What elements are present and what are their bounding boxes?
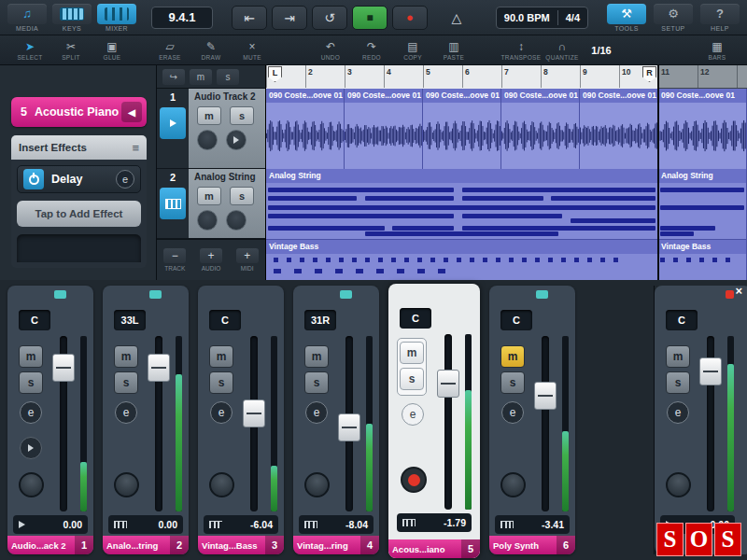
- pan-display[interactable]: C: [500, 310, 532, 330]
- quantize-button[interactable]: ∩QUANTIZE: [542, 40, 583, 61]
- mute-button[interactable]: m: [400, 342, 424, 364]
- erase-tool-button[interactable]: ▱ERASE: [149, 40, 190, 61]
- record-arm-button[interactable]: [401, 467, 427, 493]
- select-tool-button[interactable]: ➤SELECT: [9, 40, 50, 61]
- pan-display[interactable]: C: [666, 310, 698, 330]
- track-name[interactable]: Analog String: [189, 169, 265, 182]
- channel-effects-button[interactable]: e: [305, 401, 328, 424]
- solo-button[interactable]: s: [304, 371, 329, 394]
- monitor-button[interactable]: [20, 437, 42, 459]
- monitor-button[interactable]: [226, 130, 247, 150]
- volume-fader[interactable]: [437, 334, 459, 510]
- track-solo-button[interactable]: s: [230, 187, 254, 205]
- effects-settings-icon[interactable]: ≡: [132, 141, 139, 155]
- channel-name[interactable]: Analo...tring2: [103, 536, 189, 554]
- pan-display[interactable]: 33L: [114, 310, 146, 330]
- record-arm-button[interactable]: [197, 210, 218, 231]
- fader-handle[interactable]: [52, 354, 75, 382]
- grid-value-selector[interactable]: 1/16: [583, 45, 620, 56]
- record-button[interactable]: ●: [392, 6, 428, 30]
- solo-button[interactable]: s: [19, 371, 43, 394]
- effect-slot-delay[interactable]: Delay e: [17, 165, 141, 193]
- mute-button[interactable]: m: [209, 345, 233, 368]
- midi-clip-analog-string[interactable]: Analog String: [266, 169, 658, 239]
- cycle-button[interactable]: ↺: [312, 6, 347, 30]
- mute-button[interactable]: m: [304, 345, 329, 368]
- pan-display[interactable]: 31R: [304, 310, 336, 330]
- go-to-end-button[interactable]: ⇥: [272, 6, 307, 30]
- mute-button[interactable]: m: [114, 345, 138, 368]
- solo-button[interactable]: s: [666, 371, 690, 394]
- metronome-button[interactable]: △: [441, 6, 472, 30]
- add-midi-track-button[interactable]: +MIDI: [236, 248, 259, 272]
- pan-display[interactable]: C: [209, 310, 241, 330]
- volume-fader[interactable]: [338, 336, 360, 511]
- tempo-display[interactable]: 90.0 BPM 4/4: [496, 7, 588, 29]
- track-solo-button[interactable]: s: [230, 106, 254, 125]
- bars-button[interactable]: ▦BARS: [697, 40, 738, 61]
- solo-button[interactable]: s: [209, 371, 233, 394]
- keys-button[interactable]: KEYS: [52, 4, 92, 32]
- solo-button[interactable]: s: [400, 368, 424, 390]
- fader-handle[interactable]: [338, 413, 360, 441]
- channel-knob[interactable]: [500, 472, 526, 497]
- channel-name[interactable]: Audio...ack 21: [7, 536, 93, 554]
- midi-clip-vintage-bass[interactable]: Vintage Bass: [266, 240, 658, 280]
- effect-edit-button[interactable]: e: [116, 170, 134, 189]
- mute-button-active[interactable]: m: [500, 345, 525, 368]
- channel-knob[interactable]: [304, 472, 330, 497]
- track-row-midi[interactable]: 2 Analog String m s: [157, 169, 265, 239]
- mute-button[interactable]: m: [19, 345, 43, 368]
- timeline-ruler[interactable]: 23456789101112 L R: [266, 65, 747, 89]
- delete-track-button[interactable]: −TRACK: [163, 248, 186, 272]
- channel-knob[interactable]: [114, 472, 139, 497]
- channel-effects-button[interactable]: e: [402, 403, 424, 426]
- channel-effects-button[interactable]: e: [501, 401, 524, 424]
- pan-display[interactable]: C: [400, 308, 431, 329]
- setup-button[interactable]: ⚙ SETUP: [654, 4, 693, 32]
- channel-knob[interactable]: [666, 472, 691, 497]
- global-mute-button[interactable]: m: [190, 69, 212, 85]
- fader-handle[interactable]: [437, 370, 459, 398]
- tools-button[interactable]: ⚒ TOOLS: [607, 4, 646, 32]
- follow-playhead-button[interactable]: ↪: [162, 69, 185, 85]
- midi-clip-analog-string[interactable]: Analog String: [658, 169, 747, 239]
- monitor-button[interactable]: [226, 210, 247, 231]
- help-button[interactable]: ? HELP: [700, 4, 740, 32]
- glue-tool-button[interactable]: ▣GLUE: [92, 40, 133, 61]
- channel-name[interactable]: Vintag...ring4: [293, 536, 379, 554]
- track-row-audio[interactable]: 1 Audio Track 2 m s: [157, 89, 265, 169]
- solo-button[interactable]: s: [114, 371, 138, 394]
- channel-effects-button[interactable]: e: [667, 401, 689, 424]
- close-mixer-button[interactable]: ×: [735, 284, 742, 298]
- channel-knob[interactable]: [19, 472, 44, 497]
- record-arm-button[interactable]: [197, 130, 218, 150]
- time-position-display[interactable]: 9.4.1: [151, 7, 213, 29]
- audio-clip[interactable]: 090 Coste...oove 01: [345, 89, 423, 169]
- mute-tool-button[interactable]: ×MUTE: [232, 40, 273, 61]
- channel-knob[interactable]: [209, 472, 234, 497]
- midi-track-icon[interactable]: [160, 188, 186, 219]
- channel-effects-button[interactable]: e: [115, 401, 137, 424]
- arrangement-area[interactable]: 23456789101112 L R 090 Coste...oove 01 0…: [266, 65, 747, 280]
- draw-tool-button[interactable]: ✎DRAW: [190, 40, 232, 61]
- channel-name[interactable]: Vintag...Bass3: [198, 536, 284, 554]
- volume-fader[interactable]: [52, 336, 75, 511]
- fader-handle[interactable]: [534, 382, 557, 410]
- global-solo-button[interactable]: s: [217, 69, 239, 85]
- pan-display[interactable]: C: [19, 310, 50, 330]
- midi-clip-vintage-bass[interactable]: Vintage Bass: [658, 240, 747, 280]
- mute-button[interactable]: m: [666, 345, 690, 368]
- channel-effects-button[interactable]: e: [210, 401, 233, 424]
- channel-name[interactable]: Poly Synth6: [489, 536, 575, 554]
- redo-button[interactable]: ↷REDO: [351, 40, 392, 61]
- effect-power-button[interactable]: [23, 169, 44, 189]
- audio-clip[interactable]: 090 Coste...oove 01: [658, 89, 747, 169]
- channel-effects-button[interactable]: e: [20, 401, 42, 424]
- add-audio-track-button[interactable]: +AUDIO: [200, 248, 222, 272]
- volume-fader[interactable]: [243, 336, 265, 511]
- undo-button[interactable]: ↶UNDO: [310, 40, 351, 61]
- fader-handle[interactable]: [243, 399, 265, 427]
- instrument-preset-button[interactable]: 5 Acoustic Piano ◀: [11, 97, 147, 127]
- preset-collapse-arrow-icon[interactable]: ◀: [121, 102, 142, 122]
